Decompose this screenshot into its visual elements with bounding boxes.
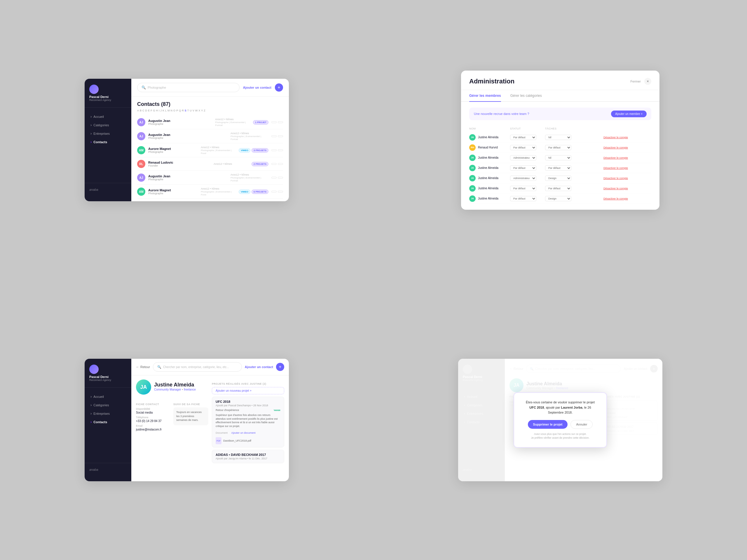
add-contact-button[interactable]: Ajouter un contact	[243, 86, 272, 89]
avatar: RL	[137, 160, 145, 168]
member-name-cell: JA Justine Almeida	[469, 165, 510, 171]
disconnect-button[interactable]: Désactiver le compte	[580, 187, 651, 190]
list-item: JA Justine Almeida Par défaut Par défaut…	[469, 163, 651, 173]
avatar: JA	[469, 185, 475, 192]
search-icon: 🔍	[141, 85, 146, 89]
sidebar-nav-q3: Accueil Catégories Entreprises Contacts	[85, 392, 131, 463]
back-button[interactable]: ← Retour	[136, 365, 150, 369]
delete-confirm-window: Pascal Derni Business Agency Accueil Cat…	[458, 359, 662, 481]
status-select-4[interactable]: Par défaut	[510, 165, 536, 170]
sidebar-item-categories-q3[interactable]: Catégories	[88, 401, 128, 409]
tasks-select-4[interactable]: Par défaut	[545, 165, 571, 170]
profile-role: Community Manager • freelance	[154, 388, 196, 391]
search-box-q1[interactable]: 🔍 Photographe	[137, 83, 239, 92]
tasks-select-7[interactable]: Design	[545, 196, 571, 201]
add-contact-btn-detail[interactable]: Ajouter un contact	[245, 365, 273, 369]
table-row[interactable]: RL Renaud Ludovic Founder Aroo12 • Nîmes…	[137, 158, 283, 170]
tasks-select-5[interactable]: Design	[545, 176, 571, 181]
tasks-select-6[interactable]: Par défaut	[545, 186, 571, 191]
avatar: AJ	[137, 174, 145, 182]
projects-right: PROJETS RÉALISÉS AVEC JUSTINE (2) Ajoute…	[212, 379, 284, 477]
contact-info: Augustin Jean Photographe	[148, 133, 228, 139]
tab-gerer-categories[interactable]: Gérer les catégories	[510, 90, 542, 102]
member-name-cell: JA Justine Almeida	[469, 195, 510, 202]
member-name-cell: JA Justine Almeida	[469, 175, 510, 181]
sidebar-footer-q3: anaba	[85, 463, 131, 475]
sidebar-sub: Reconnect Agency	[89, 99, 127, 102]
status-select-1[interactable]: Par défaut	[510, 135, 536, 140]
status-select-5[interactable]: Administrateur	[510, 176, 536, 181]
top-bar-q1: 🔍 Photographe Ajouter un contact +	[131, 79, 289, 97]
members-table-header: NOM STATUT TÂCHES	[469, 126, 651, 131]
list-item: JA Justine Almeida Par défaut Design Dés…	[469, 194, 651, 204]
sidebar-item-accueil-q3[interactable]: Accueil	[88, 392, 128, 401]
contacts-window: Pascal Derni Reconnect Agency Accueil Ca…	[85, 79, 289, 201]
page-title: Contacts (87)	[137, 101, 283, 107]
table-row[interactable]: AM Aurore Magnet Photographe Aroo12 • Nî…	[137, 143, 283, 157]
sidebar-item-contacts[interactable]: Contacts	[88, 138, 128, 146]
close-x-button[interactable]: ×	[644, 78, 651, 85]
member-name-cell: JA Justine Almeida	[469, 134, 510, 140]
disconnect-button[interactable]: Désactiver le compte	[580, 197, 651, 200]
member-name-cell: RH Renaud Hurvrd	[469, 144, 510, 151]
table-row[interactable]: AJ Augustin Jean Photographe Aroo12 • Nî…	[137, 171, 283, 185]
contact-detail-window: Pascal Derni Reconnect Agency Accueil Ca…	[85, 359, 289, 481]
plus-button[interactable]: +	[275, 83, 283, 91]
tab-gerer-membres[interactable]: Gérer les membres	[469, 90, 501, 102]
sidebar-footer: anaba	[85, 183, 131, 195]
note-right: SUIVI DE SA FICHE Toujours en vacances l…	[173, 400, 208, 432]
status-select-3[interactable]: Administrateur	[510, 155, 536, 160]
confirm-disclaimer: Avez-vous plus que l'en actions sur ce p…	[522, 432, 598, 440]
profile-text: Justine Almeida Community Manager • free…	[154, 382, 196, 395]
sidebar-item-entreprises-q3[interactable]: Entreprises	[88, 409, 128, 418]
disconnect-button[interactable]: Désactiver le compte	[580, 146, 651, 149]
contact-detail-main: ← Retour 🔍 Chercher par nom, entreprise,…	[131, 359, 289, 481]
disconnect-button[interactable]: Désactiver le compte	[580, 177, 651, 180]
plus-button-detail[interactable]: +	[276, 363, 284, 371]
status-select-2[interactable]: Par défaut	[510, 145, 536, 150]
sidebar-item-accueil[interactable]: Accueil	[88, 112, 128, 121]
disconnect-button[interactable]: Désactiver le compte	[580, 156, 651, 159]
avatar: AJ	[137, 132, 145, 140]
tasks-select-3[interactable]: Nil	[545, 155, 571, 160]
avatar: AJ	[137, 118, 145, 126]
tasks-select-1[interactable]: Nil	[545, 135, 571, 140]
invite-banner: Une nouvelle recrue dans votre team ? Aj…	[469, 108, 651, 120]
projects-label: PROJETS RÉALISÉS AVEC JUSTINE (2)	[212, 382, 284, 385]
avatar: JA	[469, 155, 475, 161]
table-row[interactable]: AJ Augustin Jean Photographe Aroo12 • Nî…	[137, 130, 283, 143]
invite-button[interactable]: Ajouter un membre +	[611, 110, 647, 117]
delete-button[interactable]: Supprimer le projet	[528, 420, 568, 429]
sidebar-item-entreprises[interactable]: Entreprises	[88, 129, 128, 138]
header-taches: TÂCHES	[545, 127, 580, 130]
note-label: SUIVI DE SA FICHE	[173, 403, 208, 406]
table-row[interactable]: AM Aurore Magnet Photographe Aroo12 • Nî…	[137, 185, 283, 198]
table-row[interactable]: RL Renaud Ludovic Founder Aroo12 • Nîmes…	[137, 199, 283, 201]
quadrant-administration: Administration Fermer × Gérer les membre…	[374, 0, 747, 280]
cancel-button[interactable]: Annuler	[570, 420, 593, 429]
add-project-button[interactable]: Ajouter un nouveau projet +	[212, 387, 284, 394]
status-select-6[interactable]: Par défaut	[510, 186, 536, 191]
sidebar-item-contacts-q3[interactable]: Contacts	[88, 418, 128, 426]
member-name-cell: JA Justine Almeida	[469, 185, 510, 192]
sidebar-sub: Reconnect Agency	[89, 379, 127, 381]
avatar: JA	[469, 175, 475, 181]
tasks-select-2[interactable]: Par défaut	[545, 145, 571, 150]
status-select-7[interactable]: Par défaut	[510, 196, 536, 201]
profile-left: JA Justine Almeida Community Manager • f…	[136, 379, 208, 477]
contact-list: AJ Augustin Jean Photographe Aroo12 • Nî…	[137, 115, 283, 201]
search-box-detail[interactable]: 🔍 Chercher par nom, entreprise, catégori…	[153, 362, 242, 372]
fermer-button[interactable]: Fermer	[630, 80, 641, 83]
sidebar-item-categories[interactable]: Catégories	[88, 121, 128, 129]
content-area-q1: Contacts (87) AB CD EF GH IJ KL MN OP QR…	[131, 97, 289, 201]
table-row[interactable]: AJ Augustin Jean Photographe Aroo12 • Nî…	[137, 115, 283, 129]
fiche-contact-label: FICHE CONTACT	[136, 403, 171, 406]
avatar: AM	[137, 188, 145, 196]
disconnect-button[interactable]: Désactiver le compte	[580, 136, 651, 139]
add-document-link[interactable]: Ajouter un document	[231, 431, 255, 434]
contact-info: Renaud Ludovic Founder	[148, 161, 211, 167]
modal-body: Une nouvelle recrue dans votre team ? Aj…	[461, 102, 660, 210]
search-placeholder: Photographe	[148, 86, 166, 89]
profile-header: JA Justine Almeida Community Manager • f…	[136, 379, 208, 397]
disconnect-button[interactable]: Désactiver le compte	[580, 166, 651, 169]
